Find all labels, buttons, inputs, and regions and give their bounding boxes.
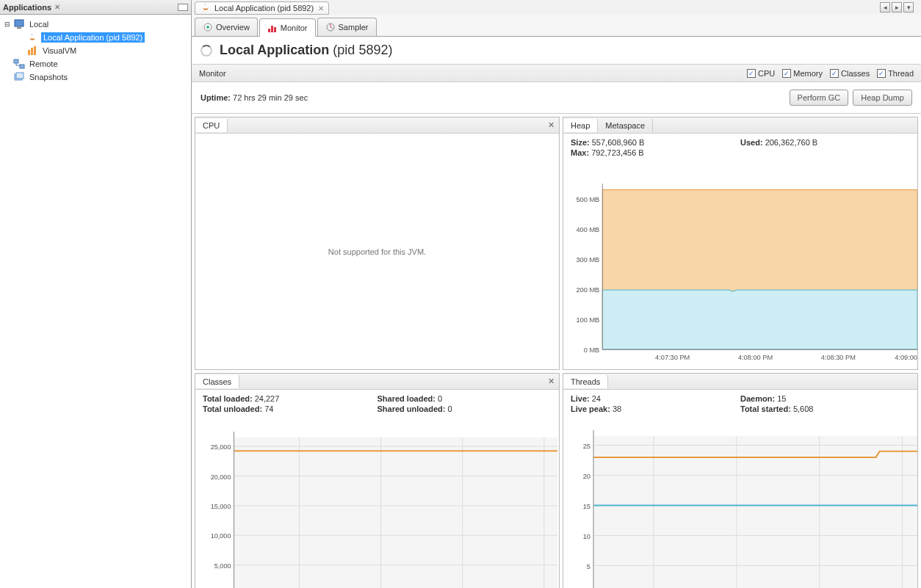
checkbox-label: Memory xyxy=(793,69,823,78)
checkbox-label: Thread xyxy=(888,69,914,78)
threads-tab[interactable]: Threads xyxy=(563,375,608,388)
editor-tab-label: Local Application (pid 5892) xyxy=(214,4,314,12)
svg-text:15,000: 15,000 xyxy=(211,503,231,510)
applications-tree: ⊟ Local Local Application (pid 5892) Vis… xyxy=(0,15,191,87)
tab-label: Overview xyxy=(216,23,250,32)
live-value: 24 xyxy=(592,394,601,403)
tree-label: Local Application (pid 5892) xyxy=(41,32,145,43)
shared-unloaded-label: Shared unloaded: xyxy=(378,404,446,413)
svg-text:200 MB: 200 MB xyxy=(576,286,599,294)
monitor-subtabs: Overview Monitor Sampler xyxy=(192,15,921,37)
daemon-value: 15 xyxy=(777,394,786,403)
snapshots-icon xyxy=(13,71,25,83)
monitor-subheader: Monitor ✓CPU ✓Memory ✓Classes ✓Thread xyxy=(192,65,921,82)
computer-icon xyxy=(13,18,25,30)
loading-spinner-icon xyxy=(201,45,212,57)
tree-label: Remote xyxy=(28,59,59,69)
svg-text:0 MB: 0 MB xyxy=(584,346,600,354)
svg-rect-54 xyxy=(593,436,917,588)
heap-used-label: Used: xyxy=(740,138,763,147)
sidebar-title: Applications xyxy=(3,3,51,12)
cpu-panel: CPU ✕ Not supported for this JVM. xyxy=(195,117,560,370)
sidebar-close-icon[interactable]: ✕ xyxy=(54,3,60,11)
close-icon[interactable]: ✕ xyxy=(548,120,555,130)
sampler-icon xyxy=(325,22,336,32)
threads-panel: Threads Live: 24 Live peak: 38 Daemon: 1… xyxy=(563,373,918,588)
page-title-bold: Local Application xyxy=(220,43,329,57)
heap-dump-button[interactable]: Heap Dump xyxy=(853,90,912,106)
livepeak-value: 38 xyxy=(613,404,621,413)
shared-loaded-label: Shared loaded: xyxy=(378,394,436,403)
svg-text:400 MB: 400 MB xyxy=(576,226,599,233)
checkbox-cpu[interactable]: ✓CPU xyxy=(747,69,775,78)
nav-next-icon[interactable]: ▸ xyxy=(892,2,902,12)
editor-tab[interactable]: Local Application (pid 5892) ✕ xyxy=(195,1,329,15)
heap-size-value: 557,608,960 B xyxy=(592,138,645,147)
overview-icon xyxy=(203,22,213,32)
metaspace-tab[interactable]: Metaspace xyxy=(598,119,653,132)
tree-node-local[interactable]: ⊟ Local xyxy=(1,18,189,31)
shared-loaded-value: 0 xyxy=(438,394,442,403)
java-icon xyxy=(200,1,212,15)
total-started-label: Total started: xyxy=(740,404,791,413)
svg-rect-13 xyxy=(274,27,276,32)
svg-text:4:08:30 PM: 4:08:30 PM xyxy=(821,354,856,361)
uptime-value: 72 hrs 29 min 29 sec xyxy=(233,93,308,102)
svg-point-10 xyxy=(206,26,209,29)
collapse-icon[interactable]: ⊟ xyxy=(3,20,12,29)
sidebar-header: Applications ✕ xyxy=(0,0,191,15)
svg-rect-8 xyxy=(16,73,24,79)
classes-chart: 0 5,000 10,000 15,000 20,000 25,000 xyxy=(195,416,559,588)
cpu-unsupported-message: Not supported for this JVM. xyxy=(328,247,426,256)
editor-tab-bar: Local Application (pid 5892) ✕ ◂ ▸ ▾ xyxy=(192,0,921,15)
tab-monitor[interactable]: Monitor xyxy=(259,18,316,37)
monitor-icon xyxy=(267,23,278,33)
close-icon[interactable]: ✕ xyxy=(548,377,555,386)
tree-label: Local xyxy=(28,19,50,29)
minimize-icon[interactable] xyxy=(178,4,188,11)
applications-sidebar: Applications ✕ ⊟ Local Local Application… xyxy=(0,0,192,588)
svg-text:500 MB: 500 MB xyxy=(576,196,599,203)
nav-prev-icon[interactable]: ◂ xyxy=(880,2,890,12)
classes-tab[interactable]: Classes xyxy=(195,375,239,388)
svg-text:4:07:30 PM: 4:07:30 PM xyxy=(655,354,690,361)
nav-menu-icon[interactable]: ▾ xyxy=(903,2,914,12)
uptime-row: Uptime: 72 hrs 29 min 29 sec Perform GC … xyxy=(192,82,921,114)
perform-gc-button[interactable]: Perform GC xyxy=(790,90,849,106)
heap-tab[interactable]: Heap xyxy=(563,119,598,132)
svg-text:5: 5 xyxy=(587,563,590,570)
svg-text:100 MB: 100 MB xyxy=(576,316,599,324)
tab-label: Sampler xyxy=(339,23,369,32)
checkbox-threads[interactable]: ✓Thread xyxy=(877,69,914,78)
page-title-suffix: (pid 5892) xyxy=(333,43,392,57)
shared-unloaded-value: 0 xyxy=(447,404,452,413)
svg-text:4:08:00 PM: 4:08:00 PM xyxy=(738,354,773,361)
tree-node-visualvm[interactable]: VisualVM xyxy=(15,44,189,57)
svg-rect-4 xyxy=(34,46,36,55)
close-icon[interactable]: ✕ xyxy=(318,4,324,12)
main-area: Local Application (pid 5892) ✕ ◂ ▸ ▾ Ove… xyxy=(192,0,921,588)
tree-node-local-app[interactable]: Local Application (pid 5892) xyxy=(15,31,189,44)
tab-overview[interactable]: Overview xyxy=(195,18,258,36)
total-loaded-value: 24,227 xyxy=(255,394,280,403)
svg-text:20,000: 20,000 xyxy=(211,473,231,481)
heap-used-value: 206,362,760 B xyxy=(765,138,818,147)
svg-rect-11 xyxy=(268,29,270,32)
svg-text:5,000: 5,000 xyxy=(214,562,231,570)
java-icon xyxy=(26,32,38,43)
heap-size-label: Size: xyxy=(571,138,590,147)
total-loaded-label: Total loaded: xyxy=(203,394,253,403)
tab-sampler[interactable]: Sampler xyxy=(317,18,377,36)
svg-text:25,000: 25,000 xyxy=(211,443,231,451)
section-label: Monitor xyxy=(199,69,226,78)
checkbox-classes[interactable]: ✓Classes xyxy=(830,69,870,78)
heap-panel: Heap Metaspace Size: 557,608,960 B Max: … xyxy=(563,117,918,370)
visualvm-icon xyxy=(26,45,38,57)
svg-text:300 MB: 300 MB xyxy=(576,256,599,264)
tree-node-remote[interactable]: Remote xyxy=(1,57,189,70)
svg-rect-3 xyxy=(31,48,33,55)
tree-node-snapshots[interactable]: Snapshots xyxy=(1,70,189,84)
svg-rect-0 xyxy=(15,20,24,26)
checkbox-memory[interactable]: ✓Memory xyxy=(782,69,823,78)
cpu-tab[interactable]: CPU xyxy=(195,119,228,132)
